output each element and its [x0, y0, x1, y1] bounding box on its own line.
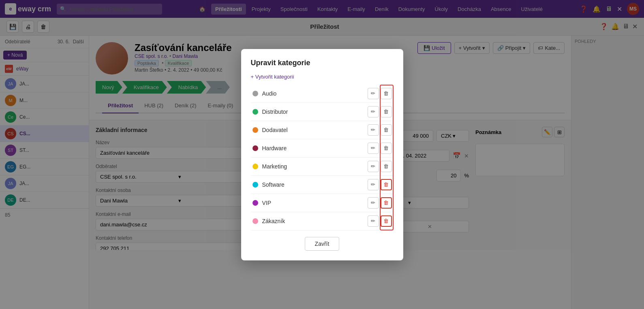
category-dot-dodavatel	[252, 127, 258, 133]
category-edit-btn-zakaznik[interactable]: ✏	[368, 215, 379, 227]
modal-close-button[interactable]: Zavřít	[305, 237, 340, 251]
modal-overlay[interactable]: Upravit kategorie + Vytvořit kategorii A…	[0, 0, 644, 309]
category-name-marketing: Marketing	[262, 163, 366, 170]
category-row-distributor: Distributor ✏ 🗑	[251, 103, 394, 121]
category-name-software: Software	[262, 181, 366, 188]
category-dot-audio	[252, 91, 258, 96]
category-edit-btn-audio[interactable]: ✏	[368, 88, 379, 99]
category-delete-btn-audio[interactable]: 🗑	[381, 88, 392, 99]
category-delete-btn-distributor[interactable]: 🗑	[381, 106, 392, 117]
edit-categories-modal: Upravit kategorie + Vytvořit kategorii A…	[241, 49, 403, 260]
category-list: Audio ✏ 🗑 Distributor ✏ 🗑 Dodavatel ✏ 🗑	[251, 85, 394, 230]
category-row-dodavatel: Dodavatel ✏ 🗑	[251, 121, 394, 139]
category-edit-btn-marketing[interactable]: ✏	[368, 161, 379, 172]
category-row-vip: VIP ✏ 🗑	[251, 194, 394, 212]
category-delete-btn-hardware[interactable]: 🗑	[381, 143, 392, 154]
category-row-marketing: Marketing ✏ 🗑	[251, 158, 394, 176]
create-category-link[interactable]: + Vytvořit kategorii	[251, 74, 394, 80]
category-dot-distributor	[252, 109, 258, 115]
category-name-audio: Audio	[262, 90, 366, 97]
modal-title: Upravit kategorie	[251, 59, 394, 67]
category-dot-software	[252, 182, 258, 188]
category-name-hardware: Hardware	[262, 145, 366, 151]
category-edit-btn-vip[interactable]: ✏	[368, 197, 379, 209]
category-delete-btn-software[interactable]: 🗑	[381, 179, 392, 190]
category-dot-marketing	[252, 164, 258, 169]
category-edit-btn-dodavatel[interactable]: ✏	[368, 124, 379, 136]
category-edit-btn-software[interactable]: ✏	[368, 179, 379, 190]
category-dot-hardware	[252, 145, 258, 151]
category-delete-btn-zakaznik[interactable]: 🗑	[381, 215, 392, 227]
category-dot-vip	[252, 200, 258, 206]
category-row-audio: Audio ✏ 🗑	[251, 85, 394, 103]
category-delete-btn-dodavatel[interactable]: 🗑	[381, 124, 392, 136]
category-row-software: Software ✏ 🗑	[251, 176, 394, 194]
category-name-zakaznik: Zákazník	[262, 218, 366, 224]
category-name-distributor: Distributor	[262, 109, 366, 115]
category-row-zakaznik: Zákazník ✏ 🗑	[251, 212, 394, 230]
category-edit-btn-hardware[interactable]: ✏	[368, 143, 379, 154]
category-edit-btn-distributor[interactable]: ✏	[368, 106, 379, 117]
category-name-vip: VIP	[262, 200, 366, 206]
category-row-hardware: Hardware ✏ 🗑	[251, 139, 394, 158]
category-dot-zakaznik	[252, 218, 258, 224]
category-delete-btn-marketing[interactable]: 🗑	[381, 161, 392, 172]
category-name-dodavatel: Dodavatel	[262, 127, 366, 133]
category-delete-btn-vip[interactable]: 🗑	[381, 197, 392, 209]
